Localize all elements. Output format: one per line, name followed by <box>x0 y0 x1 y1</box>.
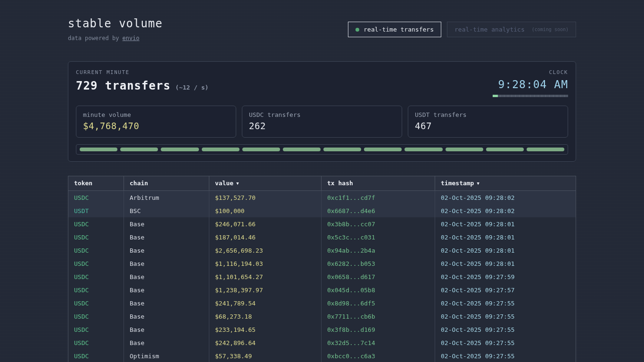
activity-segment <box>364 148 402 151</box>
cell-tx-hash[interactable]: 0x6687...d4e6 <box>322 204 435 217</box>
subtitle-text: data powered by <box>68 35 123 41</box>
cell-timestamp: 02-Oct-2025 09:27:55 <box>435 349 576 362</box>
cell-chain: Base <box>124 244 209 257</box>
cell-timestamp: 02-Oct-2025 09:28:02 <box>435 204 576 217</box>
subtitle: data powered by envio <box>68 35 163 41</box>
cell-token: USDC <box>68 310 124 323</box>
cell-value: $242,896.64 <box>209 336 322 349</box>
cell-chain: Base <box>124 217 209 230</box>
cell-value: $57,338.49 <box>209 349 322 362</box>
activity-segment <box>405 148 442 151</box>
stat-cards: minute volume $4,768,470 USDC transfers … <box>76 106 568 138</box>
cell-value: $241,789.54 <box>209 296 322 310</box>
current-minute-label: CURRENT MINUTE <box>76 69 208 75</box>
view-tabs: real-time transfers real-time analytics … <box>348 22 576 37</box>
minute-activity-bar <box>76 144 568 155</box>
clock-progress-fill <box>493 95 498 97</box>
clock-time: 9:28:04 AM <box>493 78 568 90</box>
clock-progress-bar <box>493 95 568 97</box>
transfers-table: tokenchainvalue▼tx hashtimestamp▼ USDCAr… <box>68 176 576 362</box>
table-row: USDCBase$187,014.460x5c3c...c03102-Oct-2… <box>68 230 576 244</box>
cell-tx-hash[interactable]: 0x94ab...2b4a <box>322 244 435 257</box>
cell-tx-hash[interactable]: 0x3f8b...d169 <box>322 323 435 336</box>
cell-tx-hash[interactable]: 0xbcc0...c6a3 <box>322 349 435 362</box>
column-header-chain[interactable]: chain <box>124 176 209 190</box>
tab-analytics-label: real-time analytics <box>454 26 525 33</box>
cell-token: USDT <box>68 204 124 217</box>
page-container: stable volume data powered by envio real… <box>68 0 576 362</box>
stat-card-minute-volume: minute volume $4,768,470 <box>76 106 236 138</box>
stat-value: 262 <box>249 121 395 131</box>
cell-tx-hash[interactable]: 0x32d5...7c14 <box>322 336 435 349</box>
cell-token: USDC <box>68 283 124 296</box>
cell-token: USDC <box>68 244 124 257</box>
cell-chain: Base <box>124 296 209 310</box>
activity-segment <box>202 148 239 151</box>
cell-tx-hash[interactable]: 0x6282...b053 <box>322 257 435 270</box>
cell-chain: Base <box>124 323 209 336</box>
cell-tx-hash[interactable]: 0x045d...05b8 <box>322 283 435 296</box>
cell-chain: Base <box>124 230 209 244</box>
cell-value: $233,194.65 <box>209 323 322 336</box>
stat-value: $4,768,470 <box>83 121 229 131</box>
cell-timestamp: 02-Oct-2025 09:27:55 <box>435 296 576 310</box>
title-block: stable volume data powered by envio <box>68 17 163 41</box>
clock-block: CLOCK 9:28:04 AM <box>493 69 568 97</box>
stat-value: 467 <box>415 121 561 131</box>
cell-token: USDC <box>68 349 124 362</box>
table-row: USDCBase$1,116,194.030x6282...b05302-Oct… <box>68 257 576 270</box>
table-row: USDCOptimism$57,338.490xbcc0...c6a302-Oc… <box>68 349 576 362</box>
table-row: USDCBase$2,656,698.230x94ab...2b4a02-Oct… <box>68 244 576 257</box>
stat-card-usdc-transfers: USDC transfers 262 <box>242 106 402 138</box>
cell-timestamp: 02-Oct-2025 09:28:01 <box>435 257 576 270</box>
cell-token: USDC <box>68 323 124 336</box>
table-header-row: tokenchainvalue▼tx hashtimestamp▼ <box>68 176 576 191</box>
cell-tx-hash[interactable]: 0x3b8b...cc07 <box>322 217 435 230</box>
page-title: stable volume <box>68 17 163 30</box>
cell-tx-hash[interactable]: 0x8d98...6df5 <box>322 296 435 310</box>
header: stable volume data powered by envio real… <box>68 17 576 41</box>
cell-chain: Base <box>124 336 209 349</box>
column-header-token[interactable]: token <box>68 176 124 190</box>
cell-value: $246,071.66 <box>209 217 322 230</box>
table-body: USDCArbitrum$137,527.700xc1f1...cd7f02-O… <box>68 191 576 362</box>
column-header-timestamp[interactable]: timestamp▼ <box>435 176 576 190</box>
activity-segment <box>242 148 280 151</box>
cell-chain: Arbitrum <box>124 191 209 204</box>
cell-value: $1,238,397.97 <box>209 283 322 296</box>
cell-tx-hash[interactable]: 0x7711...cb6b <box>322 310 435 323</box>
live-dot-icon <box>355 28 359 32</box>
sort-arrow-icon: ▼ <box>477 181 479 186</box>
transfer-count-block: CURRENT MINUTE 729 transfers (~12 / s) <box>76 69 208 92</box>
cell-token: USDC <box>68 296 124 310</box>
table-row: USDCBase$233,194.650x3f8b...d16902-Oct-2… <box>68 323 576 336</box>
envio-link[interactable]: envio <box>123 35 140 41</box>
column-header-tx-hash[interactable]: tx hash <box>322 176 435 190</box>
stat-label: USDC transfers <box>249 111 395 118</box>
table-row: USDCBase$1,238,397.970x045d...05b802-Oct… <box>68 283 576 296</box>
tab-realtime-transfers[interactable]: real-time transfers <box>348 22 441 37</box>
cell-chain: Base <box>124 310 209 323</box>
cell-token: USDC <box>68 257 124 270</box>
activity-segment <box>283 148 321 151</box>
clock-label: CLOCK <box>493 69 568 75</box>
cell-chain: BSC <box>124 204 209 217</box>
cell-value: $137,527.70 <box>209 191 322 204</box>
cell-tx-hash[interactable]: 0x0658...d617 <box>322 270 435 283</box>
activity-segment <box>323 148 361 151</box>
stat-label: USDT transfers <box>415 111 561 118</box>
cell-chain: Base <box>124 283 209 296</box>
cell-tx-hash[interactable]: 0xc1f1...cd7f <box>322 191 435 204</box>
cell-chain: Optimism <box>124 349 209 362</box>
tab-realtime-analytics: real-time analytics (coming soon) <box>447 22 576 37</box>
table-row: USDCBase$241,789.540x8d98...6df502-Oct-2… <box>68 296 576 310</box>
hero-top-row: CURRENT MINUTE 729 transfers (~12 / s) C… <box>76 69 568 97</box>
current-minute-panel: CURRENT MINUTE 729 transfers (~12 / s) C… <box>68 61 576 162</box>
cell-token: USDC <box>68 230 124 244</box>
cell-value: $2,656,698.23 <box>209 244 322 257</box>
sort-arrow-icon: ▼ <box>236 181 239 186</box>
tab-transfers-label: real-time transfers <box>363 26 434 33</box>
cell-tx-hash[interactable]: 0x5c3c...c031 <box>322 230 435 244</box>
activity-segment <box>486 148 524 151</box>
column-header-value[interactable]: value▼ <box>209 176 322 190</box>
